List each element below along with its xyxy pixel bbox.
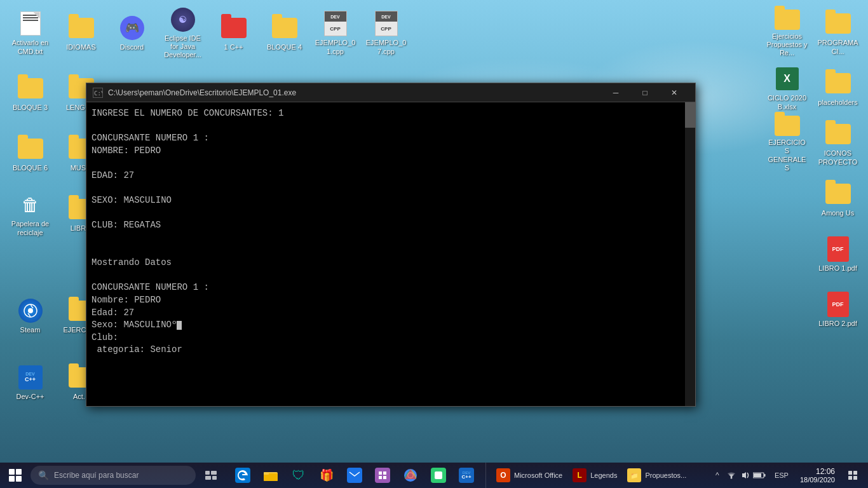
icon-ciclo2020[interactable]: X CICLO 2020 B.xlsx — [763, 62, 811, 116]
icon-label-bloque4: BLOQUE 4 — [267, 43, 302, 51]
taskbar-app-explorer[interactable] — [257, 463, 285, 488]
terminal-line-17: Edad: 27 — [92, 307, 680, 320]
icon-eclipse[interactable]: ☯ Eclipse IDE for Java Developer... — [159, 6, 207, 60]
discord-logo-icon: 🎮 — [120, 16, 144, 40]
svg-rect-20 — [848, 471, 852, 475]
taskbar-app-devcpp[interactable]: DEV C++ — [452, 463, 480, 488]
icon-ejercicios-generales[interactable]: EJERCICIOS GENERALES — [763, 117, 811, 171]
office-icon: O — [496, 468, 510, 482]
tray-language[interactable]: ESP — [771, 471, 792, 479]
icon-idiomas[interactable]: IDIOMAS — [57, 6, 105, 60]
language-indicator: ESP — [775, 471, 789, 479]
icon-1cpp[interactable]: 1 C++ — [210, 6, 257, 60]
start-button[interactable] — [0, 463, 31, 488]
terminal-line-12 — [92, 245, 680, 257]
svg-point-16 — [730, 477, 732, 479]
taskbar-pinned-apps: 🛡 🎁 — [226, 463, 703, 488]
taskbar-app-edge[interactable] — [229, 463, 257, 488]
icon-activar-cmd[interactable]: Activarlo en CMD.txt — [6, 6, 54, 60]
taskbar-app-purple[interactable] — [369, 463, 397, 488]
taskbar-app-gift[interactable]: 🎁 — [313, 463, 341, 488]
terminal-line-2 — [92, 120, 680, 133]
icon-iconos-proyecto[interactable]: ICONOS PROYECTO — [814, 117, 862, 171]
svg-rect-7 — [212, 476, 217, 480]
icon-among-us[interactable]: Among Us — [814, 172, 862, 226]
tray-volume-icon[interactable] — [739, 469, 752, 482]
svg-rect-19 — [754, 473, 761, 477]
icon-bloque4[interactable]: BLOQUE 4 — [261, 6, 308, 60]
pdf-icon-shape-2: PDF — [827, 292, 849, 317]
icon-programaci[interactable]: PROGRAMACI... — [814, 6, 862, 60]
task-view-button[interactable] — [196, 463, 226, 488]
terminal-close-button[interactable]: ✕ — [660, 83, 689, 102]
pdf-icon-shape-1: PDF — [827, 236, 849, 262]
terminal-line-5 — [92, 157, 680, 170]
icon-ejemplo01cpp[interactable]: DEV CPP EJEMPLO_01.cpp — [311, 6, 359, 60]
svg-rect-5 — [211, 471, 217, 475]
terminal-content: INGRESE EL NUMERO DE CONCURSANTES: 1 CON… — [92, 107, 680, 401]
icon-label-ejercicios-propuestos: Ejercicios Propuestos y Re... — [766, 32, 808, 58]
open-app-propuestos-label: Propuestos... — [645, 471, 686, 479]
terminal-maximize-button[interactable]: □ — [630, 83, 660, 102]
svg-rect-4 — [205, 471, 210, 475]
svg-point-1 — [28, 308, 33, 313]
terminal-line-16: Nombre: PEDRO — [92, 294, 680, 307]
icon-bloque3[interactable]: BLOQUE 3 — [6, 67, 54, 121]
taskbar-open-propuestos[interactable]: 📁 Propuestos... — [622, 463, 691, 488]
taskbar-app-security[interactable]: 🛡 — [285, 463, 313, 488]
taskbar-app-chrome[interactable] — [397, 463, 424, 488]
icon-libro1[interactable]: PDF LIBRO 1.pdf — [814, 227, 862, 281]
icon-label-bloque6: BLOQUE 6 — [13, 164, 48, 172]
devcpp-logo-icon: DEV C++ — [18, 365, 43, 390]
icon-label-idiomas: IDIOMAS — [66, 43, 95, 51]
terminal-line-3: CONCURSANTE NUMERO 1 : — [92, 132, 680, 145]
icon-label-ejemplo01cpp: EJEMPLO_01.cpp — [315, 39, 356, 55]
icon-steam[interactable]: Steam — [6, 289, 54, 343]
taskbar-app-green[interactable] — [424, 463, 452, 488]
icon-label-steam: Steam — [20, 326, 41, 334]
icon-ejercicios-propuestos[interactable]: Ejercicios Propuestos y Re... — [763, 6, 811, 60]
green-app-icon — [431, 468, 446, 483]
svg-text:C:\: C:\ — [94, 90, 102, 97]
terminal-line-10: CLUB: REGATAS — [92, 219, 680, 232]
svg-rect-23 — [853, 476, 857, 480]
tray-network-icon[interactable] — [725, 469, 738, 482]
terminal-body[interactable]: INGRESE EL NUMERO DE CONCURSANTES: 1 CON… — [86, 102, 695, 406]
taskbar-search[interactable]: 🔍 Escribe aquí para buscar — [31, 466, 196, 485]
terminal-minimize-button[interactable]: ─ — [601, 83, 630, 102]
terminal-line-6: EDAD: 27 — [92, 170, 680, 182]
icon-label-iconos-proyecto: ICONOS PROYECTO — [817, 149, 858, 166]
security-icon: 🛡 — [291, 468, 306, 483]
terminal-scrollbar[interactable] — [685, 102, 695, 406]
terminal-line-20: ategoria: Senior — [92, 344, 680, 356]
icon-label-ejercicios-generales: EJERCICIOS GENERALES — [766, 139, 808, 172]
icon-ejemplo07cpp[interactable]: DEV CPP EJEMPLO_07.cpp — [362, 6, 410, 60]
terminal-line-15: CONCURSANTE NUMERO 1 : — [92, 281, 680, 294]
icon-discord[interactable]: 🎮 Discord — [108, 6, 156, 60]
terminal-scroll-thumb[interactable] — [685, 102, 695, 128]
devcpp-taskbar-icon: DEV C++ — [459, 468, 474, 483]
clock-date: 18/09/2020 — [800, 476, 835, 484]
taskbar-open-legends[interactable]: L Legends — [567, 463, 622, 488]
icon-papelera[interactable]: 🗑 Papelera de reciclaje — [6, 187, 54, 241]
icon-devcpp[interactable]: DEV C++ Dev-C++ — [6, 356, 54, 410]
icon-placeholders[interactable]: placeholders — [814, 62, 862, 116]
icon-label-1cpp: 1 C++ — [224, 43, 243, 51]
icon-label-ejemplo07cpp: EJEMPLO_07.cpp — [365, 39, 407, 55]
svg-rect-11 — [349, 471, 360, 480]
search-placeholder-text: Escribe aquí para buscar — [54, 471, 139, 480]
tray-battery-icon[interactable] — [753, 469, 766, 482]
icon-libro2[interactable]: PDF LIBRO 2.pdf — [814, 283, 862, 337]
taskbar-open-office[interactable]: O Microsoft Office — [491, 463, 567, 488]
svg-rect-15 — [435, 471, 442, 479]
search-icon: 🔍 — [38, 470, 49, 480]
icon-label-placeholders: placeholders — [818, 98, 857, 107]
taskbar-app-mail[interactable] — [341, 463, 369, 488]
edge-icon — [235, 468, 250, 483]
icon-bloque6[interactable]: BLOQUE 6 — [6, 127, 54, 181]
open-apps-divider: O Microsoft Office L Legends 📁 Pro — [485, 463, 691, 488]
taskbar-clock[interactable]: 12:06 18/09/2020 — [795, 467, 840, 484]
terminal-title-buttons: ─ □ ✕ — [601, 83, 689, 102]
tray-chevron[interactable]: ^ — [711, 469, 724, 482]
notification-button[interactable] — [843, 463, 863, 488]
